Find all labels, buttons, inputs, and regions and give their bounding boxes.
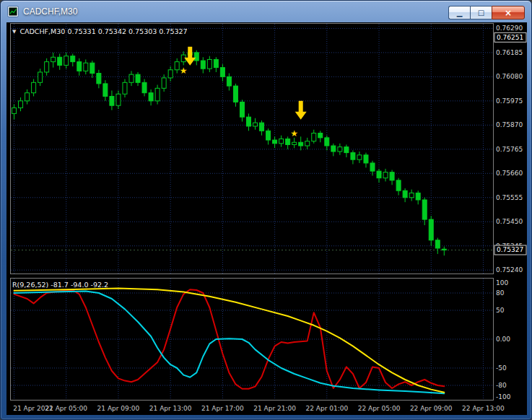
candle-body [110, 96, 114, 105]
ohlc-info-line: ▼ CADCHF,M30 0.75331 0.75342 0.75303 0.7… [12, 27, 188, 35]
indicator-scale-label: 50 [496, 307, 505, 314]
price-label: 0.75975 [496, 97, 523, 105]
candle-body [90, 63, 95, 73]
candle-body [331, 146, 336, 152]
indicator-scale-label: -80 [496, 382, 507, 389]
candle-body [286, 139, 290, 144]
candle-body [32, 82, 36, 92]
indicator-axis[interactable]: 10080500.00-50-80-100 [496, 279, 511, 401]
candle-body [422, 200, 427, 219]
time-label: 21 Apr 05:00 [41, 405, 92, 412]
indicator-panel[interactable]: 10080500.00-50-80-100 [6, 278, 527, 402]
candle-body [38, 72, 43, 82]
candle-body [168, 70, 173, 78]
candle-body [253, 123, 258, 126]
indicator-scale-label: 80 [496, 289, 505, 297]
candle-body [240, 102, 244, 117]
candle-body [142, 82, 147, 92]
candle-body [45, 62, 49, 72]
candle-body [416, 193, 420, 200]
time-label: 22 Apr 09:00 [406, 405, 456, 412]
close-button[interactable]: × [492, 6, 525, 19]
maximize-icon: □ [478, 9, 484, 17]
candle-body [377, 171, 381, 178]
price-chart[interactable]: ★★0.762900.761850.760800.759750.758700.7… [6, 22, 527, 276]
time-label: 21 Apr 13:00 [145, 405, 196, 412]
maximize-button[interactable]: □ [470, 6, 492, 19]
ohlc-text: CADCHF,M30 0.75331 0.75342 0.75303 0.753… [19, 27, 187, 35]
price-axis[interactable]: 0.762900.761850.760800.759750.758700.757… [494, 25, 526, 274]
candle-body [207, 59, 212, 69]
price-label: 0.75240 [496, 266, 523, 274]
current-price-label: 0.76251 [497, 34, 523, 41]
indicator-line-yellow [14, 289, 445, 393]
time-axis[interactable]: 21 Apr 202221 Apr 05:0021 Apr 09:0021 Ap… [6, 402, 527, 415]
app-icon [7, 6, 19, 17]
candle-body [155, 88, 160, 101]
indicator-line-cyan [14, 292, 445, 394]
candle-body [220, 68, 224, 77]
indicator-scale-label: 0.00 [496, 336, 510, 343]
candle-body [214, 59, 218, 67]
window-titlebar[interactable]: CADCHF,M30 ▁ □ × [1, 1, 531, 22]
star-icon: ★ [180, 66, 188, 76]
time-label: 22 Apr 05:00 [354, 405, 404, 412]
time-label: 21 Apr 17:00 [197, 405, 248, 412]
chart-frame [11, 24, 494, 274]
candle-body [396, 180, 401, 191]
price-label: 0.75555 [496, 194, 523, 201]
price-label: 0.76290 [496, 25, 523, 32]
candle-body [312, 133, 316, 141]
minimize-button[interactable]: ▁ [448, 6, 470, 19]
candle-body [227, 76, 231, 86]
price-label: 0.76080 [496, 73, 523, 80]
candle-body [77, 62, 82, 71]
candle-body [129, 74, 134, 82]
candle-body [175, 62, 179, 70]
close-icon: × [505, 9, 512, 17]
candle-body [318, 133, 323, 137]
candle-body [273, 140, 277, 144]
time-label: 22 Apr 01:00 [302, 405, 352, 412]
candle-body [442, 249, 446, 250]
candle-body [390, 172, 394, 180]
main-grid [11, 24, 493, 274]
candle-body [364, 155, 368, 163]
candle-body [194, 53, 199, 61]
candle-body [260, 123, 264, 131]
window-controls: ▁ □ × [448, 6, 525, 19]
candle-body [51, 57, 56, 61]
indicator-scale-label: -50 [496, 364, 507, 372]
candle-body [266, 131, 271, 140]
indicator-scale-label: -100 [496, 393, 511, 401]
time-label: 21 Apr 09:00 [93, 405, 144, 412]
candle-body [403, 191, 407, 198]
candle-body [136, 74, 140, 82]
candle-body [357, 155, 362, 159]
price-label: 0.75660 [496, 170, 523, 177]
candle-body [279, 139, 284, 143]
candle-body [435, 240, 440, 248]
chart-area: ★★0.762900.761850.760800.759750.758700.7… [6, 22, 527, 415]
candle-body [292, 142, 297, 144]
star-icon: ★ [290, 128, 298, 139]
price-label: 0.75450 [496, 218, 523, 225]
candle-body [97, 74, 101, 84]
candle-body [305, 141, 310, 146]
candle-body [370, 163, 375, 171]
candle-body [12, 108, 17, 113]
candle-body [71, 56, 75, 62]
candle-body [162, 78, 166, 88]
window-title: CADCHF,M30 [23, 6, 77, 17]
candle-body [103, 84, 108, 97]
candle-body [64, 56, 69, 66]
price-label: 0.75870 [496, 121, 523, 128]
time-label: 22 Apr 13:00 [458, 405, 508, 412]
candlesticks [12, 49, 447, 255]
candle-body [149, 93, 153, 101]
candle-body [351, 153, 355, 160]
candle-body [25, 93, 30, 101]
candle-body [299, 142, 303, 146]
collapse-triangle-icon[interactable]: ▼ [12, 29, 16, 35]
price-label: 0.76185 [496, 49, 523, 56]
